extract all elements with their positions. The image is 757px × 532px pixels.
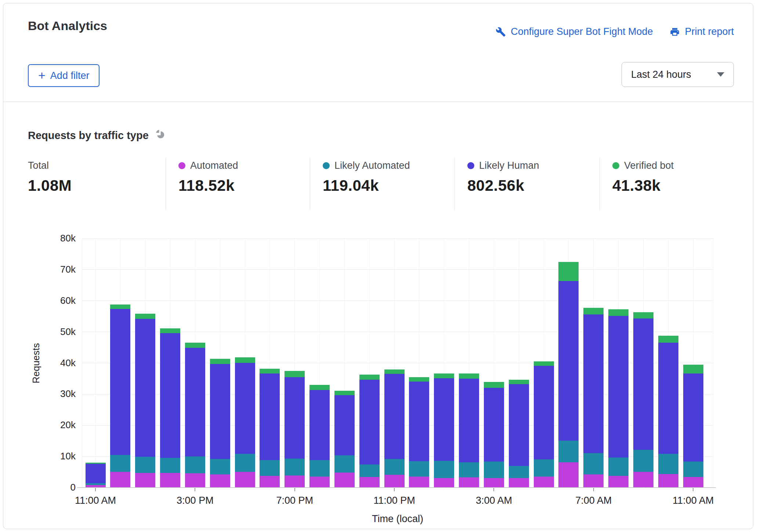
stat-label-row: Likely Automated	[323, 160, 410, 171]
bar-segment-likely-automated	[359, 464, 380, 477]
bar-segment-automated	[260, 476, 280, 487]
bar-segment-likely-human	[583, 314, 604, 453]
bar-1-00-am	[434, 238, 454, 487]
stat-divider	[600, 157, 600, 210]
bar-segment-verified-bot	[260, 369, 280, 374]
bar-segment-likely-human	[658, 343, 678, 454]
bar-segment-automated	[683, 477, 703, 487]
stat-value: 119.04k	[323, 177, 410, 194]
bar-segment-verified-bot	[434, 374, 454, 378]
bar-7-00-am	[583, 238, 604, 487]
bar-segment-verified-bot	[484, 382, 504, 388]
bar-segment-automated	[608, 476, 629, 487]
bar-segment-verified-bot	[160, 328, 180, 333]
x-tick-label: 7:00 AM	[559, 495, 629, 506]
bar-segment-likely-automated	[110, 455, 130, 472]
bar-segment-likely-automated	[285, 459, 305, 475]
x-tick-mark	[195, 488, 195, 491]
stat-label: Automated	[190, 160, 238, 171]
bar-segment-verified-bot	[235, 357, 255, 362]
y-tick-label: 20k	[48, 419, 76, 431]
page-title: Bot Analytics	[28, 19, 107, 33]
bar-segment-automated	[409, 477, 429, 487]
bar-segment-likely-human	[683, 374, 703, 462]
add-filter-label: Add filter	[50, 70, 90, 81]
configure-link-label: Configure Super Bot Fight Mode	[511, 26, 653, 37]
x-tick-label: 7:00 PM	[260, 495, 330, 506]
bar-segment-verified-bot	[210, 359, 230, 364]
x-tick-label: 3:00 PM	[160, 495, 230, 506]
bar-segment-automated	[185, 473, 205, 487]
x-tick-mark	[394, 488, 395, 491]
bar-segment-automated	[359, 477, 380, 487]
time-range-value: Last 24 hours	[631, 69, 691, 80]
bar-segment-likely-human	[459, 379, 479, 462]
bar-segment-verified-bot	[285, 371, 305, 377]
bar-segment-likely-automated	[235, 454, 255, 472]
configure-super-bot-fight-mode-link[interactable]: Configure Super Bot Fight Mode	[496, 26, 653, 37]
bar-segment-likely-human	[484, 388, 504, 461]
bar-11-00-am	[86, 238, 106, 487]
bar-3-00-pm	[185, 238, 205, 487]
bar-segment-automated	[434, 478, 454, 487]
bar-segment-likely-human	[608, 316, 629, 458]
add-filter-button[interactable]: + Add filter	[28, 64, 99, 87]
bar-segment-verified-bot	[558, 262, 579, 281]
bar-2-00-am	[459, 238, 479, 487]
stat-verified-bot: Verified bot41.38k	[612, 160, 674, 194]
bar-segment-automated	[110, 472, 130, 487]
x-tick-label: 11:00 PM	[359, 495, 429, 506]
time-range-select[interactable]: Last 24 hours	[622, 62, 734, 87]
bar-5-00-am	[534, 238, 554, 487]
bar-segment-likely-automated	[160, 458, 180, 473]
bar-segment-likely-automated	[185, 456, 205, 473]
bar-segment-automated	[484, 478, 504, 487]
plus-icon: +	[38, 69, 46, 81]
bar-segment-likely-automated	[658, 454, 678, 474]
bar-11-00-pm	[384, 238, 405, 487]
stat-label-row: Likely Human	[467, 160, 539, 171]
header-actions: Configure Super Bot Fight Mode Print rep…	[496, 26, 734, 37]
bar-segment-likely-automated	[384, 459, 405, 475]
bar-segment-verified-bot	[384, 369, 405, 374]
bar-segment-verified-bot	[135, 314, 155, 319]
bar-segment-likely-automated	[509, 466, 529, 478]
legend-dot	[612, 162, 619, 169]
stat-divider	[310, 157, 310, 210]
bar-9-00-pm	[334, 238, 355, 487]
legend-dot	[467, 162, 474, 169]
bar-segment-automated	[633, 472, 653, 487]
bar-5-00-pm	[235, 238, 255, 487]
bar-segment-likely-human	[285, 377, 305, 459]
bar-segment-automated	[583, 474, 604, 487]
bar-4-00-am	[509, 238, 529, 487]
bar-segment-likely-automated	[434, 461, 454, 478]
x-tick-label: 3:00 AM	[459, 495, 529, 506]
bar-segment-likely-human	[434, 378, 454, 461]
legend-dot	[323, 162, 330, 169]
plot-area: Requests Time (local) 010k20k30k40k50k60…	[82, 238, 713, 488]
y-tick-label: 70k	[48, 264, 76, 275]
bar-segment-verified-bot	[608, 309, 629, 316]
bar-segment-automated	[160, 473, 180, 487]
bar-segment-automated	[384, 475, 405, 487]
bar-segment-automated	[459, 477, 479, 487]
x-tick-label: 11:00 AM	[658, 495, 728, 506]
bar-segment-verified-bot	[583, 308, 604, 314]
bar-segment-automated	[658, 474, 678, 487]
bar-segment-likely-automated	[334, 455, 355, 473]
x-tick-mark	[95, 488, 96, 491]
bar-segment-automated	[558, 462, 579, 487]
print-report-link[interactable]: Print report	[670, 26, 734, 37]
bar-segment-likely-automated	[409, 461, 429, 477]
bar-segment-likely-automated	[459, 462, 479, 477]
bot-analytics-card: Bot Analytics Configure Super Bot Fight …	[3, 3, 753, 529]
panel-title: Requests by traffic type	[28, 130, 149, 142]
bar-segment-likely-human	[534, 366, 554, 459]
bar-9-00-am	[633, 238, 653, 487]
y-tick-label: 80k	[48, 233, 76, 244]
x-axis-title: Time (local)	[82, 513, 713, 525]
y-tick-label: 60k	[48, 295, 76, 306]
chevron-down-icon	[717, 72, 724, 77]
stat-label: Likely Human	[479, 160, 539, 171]
